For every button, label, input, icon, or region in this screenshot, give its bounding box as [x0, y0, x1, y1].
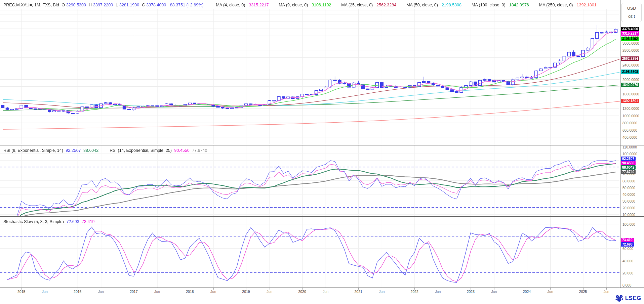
time-axis-tick [326, 288, 326, 290]
price-badge: 1842.0976 [621, 83, 639, 87]
main-price-chart[interactable] [0, 0, 620, 145]
axis-tick-label: 60.000 [622, 247, 633, 251]
ma-legend-0: MA (4, close, 0) 3315.2217 [216, 3, 277, 7]
time-axis-label: 2024 [523, 290, 531, 294]
main-legend: PREC.M.XAU=, 1M, FXS, Bid O3290.5300H339… [3, 3, 608, 7]
chart-window: PREC.M.XAU=, 1M, FXS, Bid O3290.5300H339… [0, 0, 644, 304]
price-badge: 92.2507 [621, 157, 636, 161]
time-axis-label: Jun [210, 290, 216, 294]
price-badge: 90.4550 [621, 161, 636, 165]
price-badge: 2562.3284 [621, 56, 639, 61]
time-axis-label: 2019 [242, 290, 250, 294]
time-axis-tick [190, 288, 190, 290]
axis-tick-label: 20.0000 [622, 206, 635, 210]
axis-tick-label: 1600.0000 [622, 92, 639, 96]
axis-tick-label: 600.0000 [622, 128, 637, 132]
stoch-d-value: 73.419 [82, 219, 94, 224]
ma-legend-3: MA (50, close, 0) 2198.5808 [406, 3, 470, 7]
time-axis-label: Jun [435, 290, 441, 294]
time-axis-tick [270, 288, 270, 290]
axis-tick-label: 100.0000 [622, 152, 637, 156]
price-badge: 3315.2217 [621, 31, 639, 36]
time-axis-label: 2020 [298, 290, 306, 294]
axis-tick-label: 1000.0000 [622, 114, 639, 118]
time-axis-label: 2015 [17, 290, 25, 294]
net-change: 88.3751 (+2.69%) [169, 3, 203, 7]
price-badge: 3378.4000 [621, 27, 639, 31]
time-axis-tick [494, 288, 494, 290]
lseg-logo-text: LSEG [625, 295, 641, 302]
time-axis-tick [302, 288, 303, 290]
stochastic-chart[interactable] [0, 217, 620, 288]
axis-border [620, 0, 620, 288]
time-axis-tick [583, 288, 583, 290]
rsi-chart[interactable] [0, 145, 620, 217]
lseg-logo: LSEG [615, 295, 641, 302]
time-axis-tick [471, 288, 471, 290]
ohlc-c: C3378.4000 [142, 3, 167, 7]
axis-tick-label: 30.0000 [622, 199, 635, 203]
axis-tick-label: 800.0000 [622, 121, 637, 125]
time-axis-line [0, 288, 644, 288]
time-axis-tick [438, 288, 438, 290]
stoch-k-value: 72.693 [66, 219, 79, 224]
price-badge: 2198.5808 [621, 70, 639, 74]
ohlc-o: O3290.5300 [62, 3, 87, 7]
axis-tick-label: 110.0000 [622, 145, 637, 149]
rsi-slow-ma-value: 77.6740 [192, 148, 207, 153]
ohlc-l: L3281.1900 [116, 3, 140, 7]
time-axis-tick [22, 288, 22, 290]
panel-separator-1[interactable] [0, 145, 644, 145]
axis-tick-label: 50.0000 [622, 186, 635, 190]
time-axis-label: Jun [42, 290, 48, 294]
ohlc-h: H3397.2200 [89, 3, 114, 7]
price-badge: 88.6042 [621, 165, 636, 170]
axis-tick-label: 40.0000 [622, 192, 635, 197]
stoch-legend: Stochastic Slow (5, 3, 3, Simple) 72.693… [3, 219, 96, 224]
axis-tick-label: 60.0000 [622, 179, 635, 183]
axis-tick-label: 400.0000 [622, 135, 637, 139]
ma-legend-5: MA (250, close, 0) 1392.1801 [539, 3, 605, 7]
legend-divider [0, 10, 620, 10]
price-badge: 72.693 [621, 242, 634, 247]
time-axis-tick [78, 288, 78, 290]
price-badge: 77.6740 [621, 170, 636, 174]
time-axis-label: Jun [154, 290, 160, 294]
rsi-slow-value: 90.4550 [174, 148, 190, 153]
axis-tick-label: 0.000 [622, 283, 631, 287]
unit-label: oz t [628, 14, 635, 19]
panel-separator-2[interactable] [0, 216, 644, 217]
currency-label: USD [627, 6, 636, 11]
time-axis-label: Jun [548, 290, 553, 294]
ma-legend-2: MA (25, close, 0) 2562.3284 [341, 3, 405, 7]
axis-tick-label: 2000.0000 [622, 78, 639, 82]
rsi-fast-label: RSI (9, Exponential, Simple, 14) [3, 148, 63, 153]
axis-tick-label: 1200.0000 [622, 106, 639, 111]
ma-legend-4: MA (100, close, 0) 1842.0976 [472, 3, 538, 7]
time-axis-tick [101, 288, 101, 290]
rsi-fast-value: 92.2507 [66, 148, 81, 153]
rsi-legend: RSI (9, Exponential, Simple, 14) 92.2507… [3, 148, 208, 153]
time-axis-label: Jun [604, 290, 609, 294]
rsi-fast-ma-value: 88.6042 [83, 148, 98, 153]
time-axis-tick [45, 288, 45, 290]
time-axis-label: 2018 [186, 290, 194, 294]
price-badge: 3106.1192 [621, 37, 639, 41]
axis-tick-label: 100.000 [622, 222, 635, 226]
axis-tick-label: 40.000 [622, 259, 633, 263]
time-axis-tick [414, 288, 415, 290]
time-axis-tick [246, 288, 246, 290]
price-badge: 1392.1801 [621, 99, 639, 103]
time-axis-tick [606, 288, 607, 290]
ma-legend-1: MA (9, close, 0) 3106.1192 [279, 3, 340, 7]
time-axis-tick [134, 288, 134, 290]
time-axis-label: 2017 [130, 290, 137, 294]
axis-tick-label: 20.000 [622, 271, 633, 275]
stoch-label: Stochastic Slow (5, 3, 3, Simple) [3, 219, 64, 224]
unit-selector[interactable]: USD oz t [621, 3, 642, 22]
time-axis-tick [358, 288, 359, 290]
time-axis-tick [527, 288, 527, 290]
lseg-crest-icon [615, 295, 623, 302]
axis-tick-label: 2800.0000 [622, 48, 639, 52]
time-axis-tick [382, 288, 382, 290]
